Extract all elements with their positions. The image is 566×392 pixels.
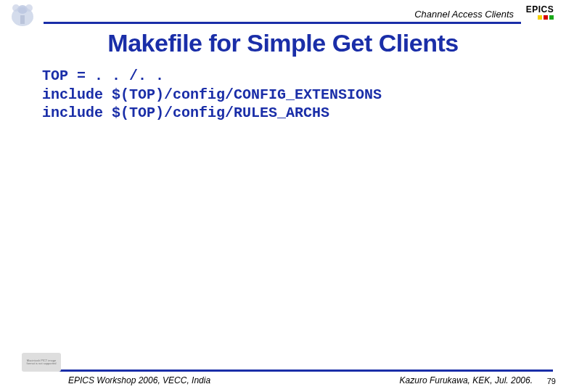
code-line: include $(TOP)/config/CONFIG_EXTENSIONS [42, 86, 382, 103]
epics-logo-text: EPICS [525, 4, 555, 15]
code-line: include $(TOP)/config/RULES_ARCHS [42, 105, 329, 121]
svg-point-3 [25, 4, 33, 12]
header: Channel Access Clients EPICS [0, 0, 566, 30]
epics-color-blocks [525, 15, 554, 20]
svg-point-2 [12, 4, 20, 12]
image-placeholder-icon: Macintosh PICT image format is not suppo… [22, 353, 61, 372]
header-label: Channel Access Clients [414, 9, 514, 20]
epics-logo-icon: EPICS [525, 4, 555, 25]
slide: Channel Access Clients EPICS Makefile fo… [0, 0, 566, 392]
page-number: 79 [547, 377, 556, 385]
footer-left: EPICS Workshop 2006, VECC, India [68, 375, 210, 385]
footer-right: Kazuro Furukawa, KEK, Jul. 2006. [400, 375, 533, 385]
page-title: Makefile for Simple Get Clients [0, 29, 566, 57]
code-line: TOP = . . /. . [42, 68, 164, 84]
header-rule [44, 22, 521, 24]
placeholder-text: Macintosh PICT image format is not suppo… [23, 359, 60, 366]
svg-rect-4 [20, 15, 25, 24]
code-block: TOP = . . /. . include $(TOP)/config/CON… [42, 67, 544, 123]
emblem-icon [7, 2, 38, 28]
footer-rule [44, 369, 553, 372]
